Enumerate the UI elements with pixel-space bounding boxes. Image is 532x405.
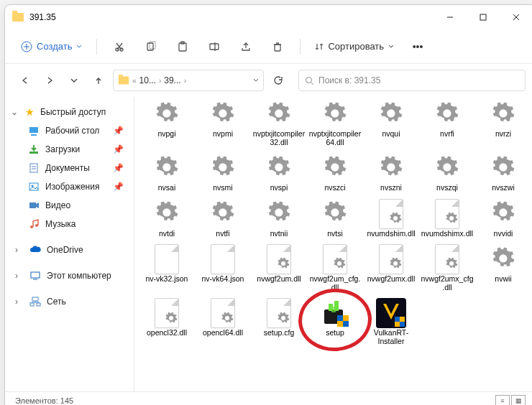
copy-button[interactable] (137, 34, 165, 59)
delete-button[interactable] (264, 34, 291, 59)
file-item[interactable]: opencl32.dll (140, 296, 193, 347)
file-item[interactable]: nvumdshim.dll (364, 197, 418, 240)
file-name: nvwgf2umx_cfg.dll (421, 275, 474, 292)
paste-button[interactable] (169, 34, 196, 59)
file-item[interactable]: nv-vk32.json (140, 242, 193, 293)
sidebar-item-label: OneDrive (47, 245, 83, 255)
file-item[interactable]: nvszci (308, 151, 362, 194)
file-item[interactable]: nvwgf2umx.dll (364, 242, 418, 293)
file-item[interactable]: nvtfi (196, 197, 249, 240)
file-item[interactable]: nvptxjitcompiler32.dll (252, 97, 306, 148)
file-item[interactable]: nvptxjitcompiler64.dll (308, 97, 362, 148)
file-item[interactable]: VulkanRT-Installer (364, 296, 418, 347)
forward-button[interactable] (40, 70, 60, 90)
pin-icon: 📌 (113, 126, 124, 136)
chevron-right-icon: › (15, 245, 24, 255)
file-item[interactable]: nvspi (252, 151, 306, 194)
file-item[interactable]: nvwgf2um_cfg.dll (308, 242, 362, 293)
file-item[interactable]: nvszwi (477, 151, 530, 194)
title-bar[interactable]: 391.35 (5, 5, 532, 29)
rename-button[interactable] (201, 34, 228, 59)
pin-icon: 📌 (113, 144, 124, 154)
breadcrumb[interactable]: « 10... › 39... › (113, 70, 264, 91)
sidebar-item-label: Быстрый доступ (40, 107, 106, 117)
cut-button[interactable] (106, 34, 133, 59)
toolbar: Создать Сортировать ••• (5, 29, 532, 64)
breadcrumb-segment[interactable]: 39... (164, 75, 180, 85)
file-item[interactable]: nvqui (364, 97, 418, 148)
file-item[interactable]: nvwgf2umx_cfg.dll (421, 242, 474, 293)
file-item[interactable]: nvwgf2um.dll (252, 242, 306, 293)
sidebar-item-network[interactable]: › Сеть (8, 292, 131, 311)
file-item[interactable]: setup.cfg (252, 296, 306, 347)
file-name: opencl32.dll (147, 329, 187, 338)
file-icon (263, 243, 295, 275)
file-name: nvrfi (440, 130, 454, 139)
file-item[interactable]: nvpmi (196, 97, 249, 148)
file-icon (431, 152, 463, 184)
sidebar-item-pictures[interactable]: Изображения 📌 (8, 177, 131, 196)
music-icon (28, 218, 40, 230)
close-button[interactable] (500, 5, 532, 29)
chevron-down-icon (76, 44, 82, 50)
network-icon (29, 296, 41, 307)
file-icon (319, 243, 351, 275)
file-item[interactable]: nvwii (477, 242, 530, 293)
file-item[interactable]: nvrzi (477, 97, 530, 148)
maximize-button[interactable] (467, 5, 500, 29)
file-item[interactable]: nvvidi (477, 197, 530, 240)
sidebar-item-video[interactable]: Видео (8, 196, 131, 215)
file-name: nvszwi (492, 184, 515, 192)
create-button[interactable]: Создать (15, 37, 88, 56)
documents-icon (28, 162, 40, 174)
quick-access[interactable]: ⌄ ★ Быстрый доступ (8, 103, 131, 121)
breadcrumb-segment[interactable]: 10... (139, 75, 156, 85)
file-name: nvwgf2umx.dll (367, 275, 416, 284)
back-button[interactable] (15, 70, 35, 90)
file-item[interactable]: opencl64.dll (196, 296, 249, 347)
more-button[interactable]: ••• (404, 34, 431, 59)
file-item[interactable]: nvszqi (421, 151, 474, 194)
file-item[interactable]: nvsai (140, 151, 193, 194)
explorer-window: 391.35 Создать Сортировать ••• (4, 4, 532, 405)
file-name: nvpmi (213, 130, 233, 139)
file-item[interactable]: setup (308, 296, 362, 347)
refresh-button[interactable] (268, 70, 288, 90)
nav-bar: « 10... › 39... › Поиск в: 391.35 (5, 64, 532, 97)
file-item[interactable]: nvtsi (308, 197, 362, 240)
separator (96, 39, 97, 55)
sidebar-item-onedrive[interactable]: › OneDrive (8, 241, 131, 259)
file-icon (375, 152, 407, 184)
sidebar-item-music[interactable]: Музыка (8, 215, 131, 233)
file-item[interactable]: nvtdi (140, 197, 193, 240)
sort-button[interactable]: Сортировать (309, 37, 400, 55)
sidebar-item-this-pc[interactable]: › Этот компьютер (8, 266, 131, 285)
file-item[interactable]: nvpgi (140, 97, 193, 148)
file-item[interactable]: nvtnii (252, 197, 306, 240)
file-name: setup.cfg (264, 329, 295, 338)
file-item[interactable]: nvsmi (196, 151, 249, 194)
sidebar-item-downloads[interactable]: Загрузки 📌 (8, 140, 131, 159)
sidebar-item-desktop[interactable]: Рабочий стол 📌 (8, 121, 131, 140)
up-button[interactable] (88, 70, 109, 90)
sidebar-item-label: Видео (45, 200, 70, 210)
file-icon (431, 198, 463, 230)
file-item[interactable]: nvszni (364, 151, 418, 194)
recent-button[interactable] (64, 70, 84, 90)
star-icon: ★ (25, 106, 35, 118)
sidebar-item-label: Рабочий стол (45, 126, 99, 136)
file-item[interactable]: nvrfi (421, 97, 474, 148)
file-item[interactable]: nv-vk64.json (196, 242, 249, 293)
search-input[interactable]: Поиск в: 391.35 (298, 70, 526, 91)
share-button[interactable] (232, 34, 260, 59)
file-name: VulkanRT-Installer (364, 329, 418, 345)
view-details-button[interactable]: ≡ (495, 395, 510, 406)
view-icons-button[interactable]: ▦ (511, 395, 526, 406)
chevron-down-icon[interactable] (253, 78, 259, 83)
file-name: nv-vk64.json (202, 275, 244, 284)
file-item[interactable]: nvumdshimx.dll (421, 197, 474, 240)
sidebar-item-documents[interactable]: Документы 📌 (8, 159, 131, 177)
file-list[interactable]: nvpgi nvpmi nvptxjitcompiler32.dll nvptx… (134, 97, 532, 391)
file-name: nvszci (324, 184, 345, 192)
minimize-button[interactable] (434, 5, 467, 29)
